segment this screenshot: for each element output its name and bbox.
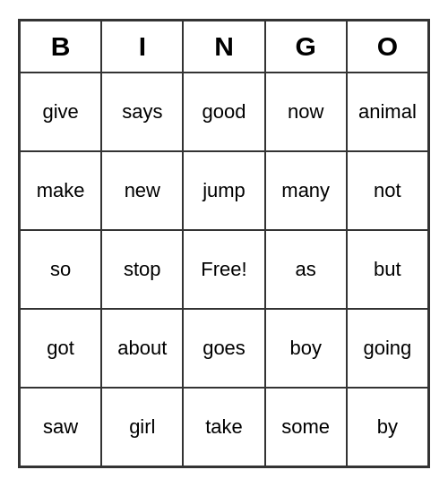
bingo-row-2: make new jump many not [20, 151, 428, 230]
header-N: N [183, 21, 264, 73]
cell-2-5[interactable]: not [347, 151, 428, 230]
cell-3-2[interactable]: stop [101, 230, 183, 309]
bingo-row-5: saw girl take some by [20, 388, 428, 466]
header-I: I [101, 21, 183, 73]
cell-1-1[interactable]: give [20, 73, 101, 151]
cell-1-2[interactable]: says [101, 73, 183, 151]
cell-5-4[interactable]: some [265, 388, 347, 466]
cell-3-3[interactable]: Free! [183, 230, 264, 309]
bingo-row-1: give says good now animal [20, 73, 428, 151]
cell-2-1[interactable]: make [20, 151, 101, 230]
cell-3-5[interactable]: but [347, 230, 428, 309]
cell-2-2[interactable]: new [101, 151, 183, 230]
bingo-header-row: B I N G O [20, 21, 428, 73]
bingo-board: B I N G O give says good now animal make… [18, 19, 430, 468]
cell-3-1[interactable]: so [20, 230, 101, 309]
cell-5-2[interactable]: girl [101, 388, 183, 466]
header-O: O [347, 21, 428, 73]
cell-4-3[interactable]: goes [183, 309, 264, 388]
header-B: B [20, 21, 101, 73]
cell-1-3[interactable]: good [183, 73, 264, 151]
cell-4-5[interactable]: going [347, 309, 428, 388]
cell-3-4[interactable]: as [265, 230, 347, 309]
bingo-row-4: got about goes boy going [20, 309, 428, 388]
cell-4-4[interactable]: boy [265, 309, 347, 388]
cell-5-1[interactable]: saw [20, 388, 101, 466]
cell-5-3[interactable]: take [183, 388, 264, 466]
bingo-row-3: so stop Free! as but [20, 230, 428, 309]
cell-4-2[interactable]: about [101, 309, 183, 388]
cell-5-5[interactable]: by [347, 388, 428, 466]
cell-1-4[interactable]: now [265, 73, 347, 151]
header-G: G [265, 21, 347, 73]
cell-1-5[interactable]: animal [347, 73, 428, 151]
cell-2-3[interactable]: jump [183, 151, 264, 230]
cell-4-1[interactable]: got [20, 309, 101, 388]
cell-2-4[interactable]: many [265, 151, 347, 230]
